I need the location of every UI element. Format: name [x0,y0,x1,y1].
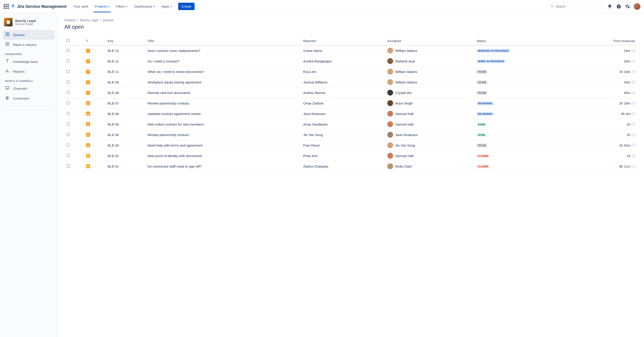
row-checkbox[interactable] [67,164,70,168]
issue-title[interactable]: When do I need to renew documents? [145,67,301,77]
issue-title[interactable]: Do I need a contract? [145,56,301,67]
issue-key[interactable]: BLE-03 [105,140,145,151]
status-badge[interactable]: WORK IN PROGRESS [476,59,506,63]
sidebar-item-knowledge-base[interactable]: Knowledge base [3,57,55,67]
issue-title[interactable]: Review partnership contract [145,98,301,109]
table-row[interactable]: ?BLE-09Workplace equity traning agreemen… [64,77,637,88]
issue-title[interactable]: Review partnership contract [145,130,301,140]
table-row[interactable]: BLE-07Review partnership contractOmar Da… [64,98,637,109]
breadcrumb-item[interactable]: Projects [64,18,76,22]
row-checkbox[interactable] [67,112,70,115]
issue-key[interactable]: BLE-07 [105,98,145,109]
row-checkbox[interactable] [67,80,70,84]
issue-title[interactable]: Do contracted staff need to sign-off? [145,161,301,172]
user-avatar[interactable] [634,3,640,10]
issue-title[interactable]: Remote new hire documents [145,88,301,98]
issue-title[interactable]: New proof of identity with documents [145,151,301,161]
create-button[interactable]: Create [178,3,194,10]
nav-item-filters[interactable]: Filters▼ [113,1,130,12]
column-header[interactable]: Title [145,37,301,45]
status-badge[interactable]: REVIEWING [476,101,494,105]
status-badge[interactable]: DONE [476,133,486,137]
assignee-cell[interactable]: William Adams [387,69,472,75]
row-checkbox[interactable] [67,101,70,105]
column-header[interactable]: Status [474,37,571,45]
sidebar-item-customers[interactable]: Customers [3,94,55,103]
table-row[interactable]: ?BLE-12Do I need a contract?Annika Ranga… [64,56,637,67]
table-row[interactable]: BLE-06Updated contract agreement reviewJ… [64,109,637,119]
column-header[interactable]: T [84,37,106,45]
select-all-checkbox[interactable] [67,39,70,42]
row-checkbox[interactable] [67,59,70,63]
table-row[interactable]: ?BLE-12Does contract cover replacements?… [64,45,637,56]
nav-item-dashboards[interactable]: Dashboards▼ [132,1,158,12]
product-logo[interactable]: Jira Service Management [11,3,66,10]
nav-item-your-work[interactable]: Your work [71,1,91,12]
sidebar-item-queues[interactable]: Queues [3,30,55,40]
issue-key[interactable]: BLE-09 [105,77,145,88]
breadcrumb-item[interactable]: Queues [103,18,114,22]
issue-title[interactable]: Updated contract agreement review [145,109,301,119]
table-row[interactable]: BLE-01Do contracted staff need to sign-o… [64,161,637,172]
column-header[interactable]: Reporter [301,37,385,45]
notifications-icon[interactable] [607,4,613,10]
assignee-cell[interactable]: Molly Clark [387,163,472,169]
status-badge[interactable]: TO DO [476,91,487,95]
issue-key[interactable]: BLE-11 [105,67,145,77]
search-input[interactable] [556,5,601,8]
issue-title[interactable]: Need help with terms and agreement [145,140,301,151]
sidebar-item-channels[interactable]: Channels [3,84,55,93]
table-row[interactable]: BLE-04Review partnership contractJie Yan… [64,130,637,140]
status-badge[interactable]: TO DO [476,80,487,84]
nav-item-apps[interactable]: Apps▼ [159,1,175,12]
issue-title[interactable]: New online contract for new members [145,119,301,130]
column-header[interactable]: Key [105,37,145,45]
help-icon[interactable]: ? [616,4,622,10]
column-header[interactable] [64,37,84,45]
nav-item-projects[interactable]: Projects▼ [92,1,112,12]
assignee-cell[interactable]: Stefanie Auer [387,58,472,64]
assignee-cell[interactable]: Samuel Hall [387,153,472,159]
issue-key[interactable]: BLE-02 [105,151,145,161]
issue-key[interactable]: BLE-05 [105,119,145,130]
breadcrumb-item[interactable]: Bancly Legal [80,18,98,22]
search-box[interactable] [548,3,604,10]
row-checkbox[interactable] [67,154,70,157]
status-badge[interactable]: TO DO [476,70,487,74]
issue-title[interactable]: Does contract cover replacements? [145,45,301,56]
table-row[interactable]: BLE-03Need help with terms and agreement… [64,140,637,151]
status-badge[interactable]: TO DO [476,143,487,147]
column-header[interactable]: First response [571,37,637,45]
table-row[interactable]: BLE-02New proof of identity with documen… [64,151,637,161]
row-checkbox[interactable] [67,70,70,73]
issue-key[interactable]: BLE-08 [105,88,145,98]
assignee-cell[interactable]: Jane Rotanson [387,132,472,138]
status-badge[interactable]: WORKING IN PROGRESS [476,49,510,53]
column-header[interactable]: Assignee [385,37,474,45]
sidebar-item-reports[interactable]: Reports [3,67,55,76]
issue-key[interactable]: BLE-12 [105,56,145,67]
assignee-cell[interactable]: Arjun Singh [387,100,472,106]
app-switcher-icon[interactable] [4,4,9,9]
issue-key[interactable]: BLE-04 [105,130,145,140]
assignee-cell[interactable]: William Adams [387,48,472,54]
issue-key[interactable]: BLE-06 [105,109,145,119]
issue-key[interactable]: BLE-01 [105,161,145,172]
assignee-cell[interactable]: William Adams [387,79,472,85]
settings-icon[interactable] [625,4,630,10]
status-badge[interactable]: DONE [476,122,486,126]
issue-key[interactable]: BLE-12 [105,45,145,56]
row-checkbox[interactable] [67,91,70,94]
sidebar-item-raise-a-request[interactable]: Raise a request [3,40,55,50]
assignee-cell[interactable]: Jie Yan Song [387,142,472,148]
row-checkbox[interactable] [67,143,70,147]
assignee-cell[interactable]: Crystal Wu [387,90,472,96]
status-badge[interactable]: CLOSED [476,154,490,158]
project-header[interactable]: Bancly Legal Service Project [3,16,55,30]
status-badge[interactable]: REVIEWING [476,112,494,116]
row-checkbox[interactable] [67,133,70,136]
assignee-cell[interactable]: Samuel Hall [387,121,472,127]
issue-title[interactable]: Workplace equity traning agreement [145,77,301,88]
row-checkbox[interactable] [67,49,70,52]
table-row[interactable]: ?BLE-08Remote new hire documentsAndres R… [64,88,637,98]
